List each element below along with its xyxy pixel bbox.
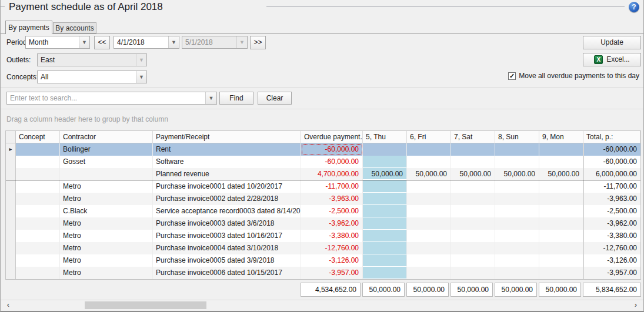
cell-day-8[interactable] [495,242,539,254]
cell-concept[interactable] [16,180,60,193]
cell-day-5[interactable] [363,267,407,279]
search-input[interactable] [7,92,205,104]
table-row[interactable]: MetroPurchase invoice0003 dated 3/6/2018… [6,217,640,230]
cell-day-9[interactable] [539,180,583,193]
cell-overdue-payment[interactable]: -12,760.00 [301,242,363,254]
cell-day-9[interactable] [539,267,583,279]
cell-day-5[interactable] [363,242,407,254]
cell-day-7[interactable] [451,217,495,230]
column-header-day-5-thu[interactable]: 5, Thu [363,131,407,143]
chevron-down-icon[interactable]: ▼ [136,71,146,83]
cell-day-8[interactable] [495,230,539,242]
chevron-down-icon[interactable]: ▼ [205,92,216,104]
concepts-select[interactable]: All ▼ [37,71,147,83]
cell-contractor[interactable]: Metro [60,217,153,230]
cell-day-5[interactable] [363,156,407,168]
cell-total[interactable]: -11,700.00 [583,180,640,193]
cell-day-9[interactable]: 50,000.00 [539,168,583,180]
cell-concept[interactable] [16,143,60,156]
cell-day-5[interactable] [363,143,407,156]
cell-day-9[interactable] [539,205,583,217]
cell-day-7[interactable] [451,267,495,279]
cell-payment-receipt[interactable]: Service acceptance record0003 dated 8/14… [153,205,301,217]
cell-total[interactable]: -12,760.00 [583,242,640,254]
table-row[interactable]: Planned revenue4,700,000.0050,000.0050,0… [6,168,640,180]
cell-concept[interactable] [16,254,60,267]
cell-day-6[interactable] [407,230,451,242]
cell-day-7[interactable] [451,143,495,156]
cell-day-5[interactable] [363,180,407,193]
cell-overdue-payment[interactable]: -3,963.00 [301,193,363,205]
cell-overdue-payment[interactable]: -3,126.00 [301,254,363,267]
cell-total[interactable]: -2,500.00 [583,205,640,217]
cell-payment-receipt[interactable]: Purchase invoice0001 dated 10/20/2017 [153,180,301,193]
cell-day-6[interactable] [407,193,451,205]
cell-day-7[interactable] [451,156,495,168]
cell-overdue-payment[interactable]: 4,700,000.00 [301,168,363,180]
cell-day-9[interactable] [539,242,583,254]
cell-day-6[interactable] [407,156,451,168]
table-row[interactable]: MetroPurchase invoice0001 dated 10/20/20… [6,180,640,193]
cell-day-6[interactable] [407,205,451,217]
tab-by-payments[interactable]: By payments [5,21,52,34]
cell-overdue-payment[interactable]: -3,380.00 [301,230,363,242]
column-header-day-8-sun[interactable]: 8, Sun [495,131,539,143]
cell-payment-receipt[interactable]: Purchase invoice0003 dated 3/6/2018 [153,217,301,230]
cell-overdue-payment[interactable]: -60,000.00 [301,143,363,156]
table-row[interactable]: ▸BollingerRent-60,000.00-60,000.00 [6,143,640,156]
cell-total[interactable]: -3,126.00 [583,254,640,267]
cell-overdue-payment[interactable]: -11,700.00 [301,180,363,193]
cell-overdue-payment[interactable]: -3,957.00 [301,267,363,279]
date-from-select[interactable]: 4/1/2018 ▼ [114,36,179,49]
help-icon[interactable]: ? [629,2,639,12]
cell-total[interactable]: -3,957.00 [583,267,640,279]
scroll-left-icon[interactable]: ‹ [3,300,14,310]
table-row[interactable]: C.BlackService acceptance record0003 dat… [6,205,640,217]
cell-day-5[interactable] [363,254,407,267]
cell-total[interactable]: -60,000.00 [583,143,640,156]
cell-contractor[interactable]: Metro [60,193,153,205]
cell-payment-receipt[interactable]: Purchase invoice0005 dated 3/9/2018 [153,254,301,267]
find-button[interactable]: Find [219,92,253,105]
cell-contractor[interactable]: Metro [60,267,153,279]
cell-day-9[interactable] [539,230,583,242]
table-row[interactable]: MetroPurchase invoice0006 dated 10/15/20… [6,267,640,279]
update-button[interactable]: Update [583,36,641,49]
cell-total[interactable]: 6,000,000.00 [583,168,640,180]
table-row[interactable]: MetroPurchase invoice0003 dated 10/16/20… [6,230,640,242]
cell-day-6[interactable] [407,143,451,156]
chevron-down-icon[interactable]: ▼ [79,36,89,48]
cell-contractor[interactable]: Metro [60,180,153,193]
cell-day-6[interactable] [407,180,451,193]
cell-contractor[interactable]: Gosset [60,156,153,168]
cell-concept[interactable] [16,217,60,230]
cell-concept[interactable] [16,230,60,242]
cell-day-6[interactable]: 50,000.00 [407,168,451,180]
column-header-payment-receipt[interactable]: Payment/Receipt [153,131,301,143]
cell-overdue-payment[interactable]: -3,962.00 [301,217,363,230]
column-header-total[interactable]: Total, p.: [583,131,640,143]
table-row[interactable]: GossetSoftware-60,000.00-60,000.00 [6,156,640,168]
cell-day-7[interactable] [451,254,495,267]
cell-day-7[interactable] [451,180,495,193]
cell-payment-receipt[interactable]: Purchase invoice0002 dated 2/28/2018 [153,193,301,205]
cell-day-5[interactable] [363,230,407,242]
cell-day-5[interactable]: 50,000.00 [363,168,407,180]
cell-day-8[interactable] [495,254,539,267]
cell-contractor[interactable]: C.Black [60,205,153,217]
cell-concept[interactable] [16,193,60,205]
prev-period-button[interactable]: << [94,36,110,49]
cell-concept[interactable] [16,267,60,279]
cell-concept[interactable] [16,156,60,168]
column-header-day-9-mon[interactable]: 9, Mon [539,131,583,143]
scrollbar-thumb[interactable] [85,301,206,309]
cell-contractor[interactable]: Metro [60,242,153,254]
cell-day-7[interactable] [451,193,495,205]
cell-payment-receipt[interactable]: Software [153,156,301,168]
cell-payment-receipt[interactable]: Rent [153,143,301,156]
cell-total[interactable]: -3,380.00 [583,230,640,242]
excel-button[interactable]: X Excel... [583,53,641,66]
cell-payment-receipt[interactable]: Purchase invoice0003 dated 10/16/2017 [153,230,301,242]
cell-day-5[interactable] [363,217,407,230]
tab-by-accounts[interactable]: By accounts [53,22,96,33]
